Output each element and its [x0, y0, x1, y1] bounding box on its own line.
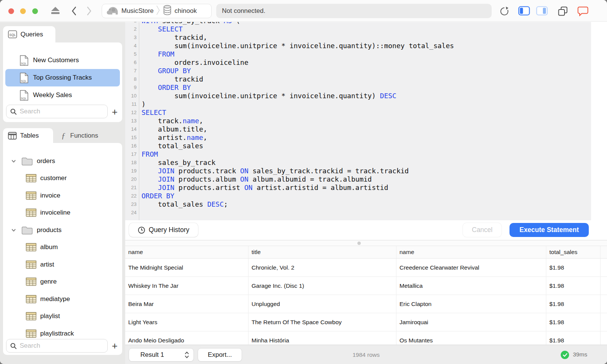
eject-icon[interactable]	[50, 6, 60, 17]
toggle-right-panel-button[interactable]	[536, 6, 548, 17]
tree-item-orders[interactable]: orders	[3, 152, 122, 170]
gutter-separator	[139, 22, 139, 220]
schema-search-input[interactable]	[20, 342, 96, 350]
tree-item-genre[interactable]: genre	[3, 273, 122, 291]
breadcrumb[interactable]: MusicStore chinook	[102, 4, 212, 18]
code-line: 13 track.name,	[125, 117, 591, 125]
tables-tab[interactable]: Tables	[3, 128, 53, 143]
table-cell[interactable]: Metallica	[396, 277, 546, 295]
database-icon	[163, 5, 172, 17]
tree-item-customer[interactable]: customer	[3, 170, 122, 187]
code-line: 16 total_sales	[125, 142, 591, 150]
table-cell[interactable]: The Return Of The Space Cowboy	[248, 313, 396, 331]
query-history-button[interactable]: Query History	[129, 223, 198, 237]
cancel-button[interactable]: Cancel	[463, 223, 502, 237]
table-icon	[26, 209, 36, 217]
column-header[interactable]: total_sales	[546, 246, 601, 258]
svg-text:SQL: SQL	[21, 62, 27, 65]
code-text: ORDER BY	[137, 192, 175, 200]
line-number: 21	[125, 184, 137, 192]
tree-item-invoice[interactable]: invoice	[3, 187, 122, 204]
table-cell-filler	[601, 313, 607, 331]
tree-item-label: orders	[37, 157, 55, 165]
chevron-down-icon[interactable]	[11, 159, 16, 163]
code-text: sum(invoiceline.unitprice * invoiceline.…	[137, 42, 454, 50]
column-header[interactable]: name	[396, 246, 546, 258]
back-button[interactable]	[71, 6, 77, 17]
minimize-button[interactable]	[20, 8, 26, 14]
tree-item-album[interactable]: album	[3, 239, 122, 256]
table-cell[interactable]: Jamiroquai	[396, 313, 546, 331]
code-text: track.name,	[137, 117, 203, 125]
table-cell[interactable]: The Midnight Special	[125, 259, 248, 276]
code-line: 11)	[125, 100, 591, 108]
sidebar: SQL Queries SQLNew CustomersSQLTop Gross…	[0, 22, 125, 364]
table-cell[interactable]: $1.98	[546, 259, 601, 276]
column-header[interactable]: name	[125, 246, 248, 258]
query-label: New Customers	[33, 56, 79, 64]
table-cell[interactable]: $1.98	[546, 277, 601, 295]
table-cell[interactable]: Light Years	[125, 313, 248, 331]
code-line: 6 orders.invoiceline	[125, 58, 591, 67]
windows-button[interactable]	[558, 6, 568, 18]
table-row[interactable]: Beira MarUnpluggedEric Clapton$1.98	[125, 295, 607, 313]
query-history-label: Query History	[149, 226, 189, 234]
table-row[interactable]: Whiskey In The JarGarage Inc. (Disc 1)Me…	[125, 277, 607, 295]
line-number: 20	[125, 175, 137, 184]
code-line: 24	[125, 209, 591, 217]
line-number: 7	[125, 67, 137, 75]
code-text: sales_by_track	[137, 158, 215, 167]
table-cell[interactable]: $1.98	[546, 295, 601, 313]
chevron-down-icon[interactable]	[11, 228, 16, 232]
table-cell[interactable]: Chronicle, Vol. 2	[248, 259, 396, 276]
column-header[interactable]: title	[248, 246, 396, 258]
sidebar-item-weekly-sales[interactable]: SQLWeekly Sales	[5, 86, 120, 104]
table-row[interactable]: The Midnight SpecialChronicle, Vol. 2Cre…	[125, 259, 607, 277]
forward-button[interactable]	[86, 6, 92, 17]
line-number: 5	[125, 50, 137, 58]
feedback-button[interactable]	[577, 6, 588, 18]
tree-item-label: mediatype	[40, 295, 70, 303]
sidebar-item-new-customers[interactable]: SQLNew Customers	[5, 52, 120, 69]
close-button[interactable]	[8, 8, 14, 14]
tree-item-artist[interactable]: artist	[3, 256, 122, 273]
refresh-button[interactable]	[499, 6, 510, 18]
code-line: 5 FROM	[125, 50, 591, 58]
table-cell[interactable]: Eric Clapton	[396, 295, 546, 313]
table-icon	[26, 312, 36, 320]
tree-item-label: album	[40, 243, 58, 251]
table-cell[interactable]: Garage Inc. (Disc 1)	[248, 277, 396, 295]
main-area: 1WITH sales_by_track AS (2 SELECT3 track…	[125, 22, 607, 364]
line-number: 18	[125, 158, 137, 167]
sql-editor[interactable]: 1WITH sales_by_track AS (2 SELECT3 track…	[125, 22, 591, 220]
panel-left-icon	[518, 6, 530, 16]
table-cell[interactable]: Unplugged	[248, 295, 396, 313]
toggle-left-panel-button[interactable]	[518, 6, 530, 17]
code-line: 21 JOIN products.artist ON artist.artist…	[125, 184, 591, 192]
zoom-button[interactable]	[32, 8, 38, 14]
tree-item-label: playlist	[40, 312, 60, 320]
splitter[interactable]	[125, 240, 607, 246]
execute-button[interactable]: Execute Statement	[510, 223, 589, 237]
table-cell[interactable]: Beira Mar	[125, 295, 248, 313]
add-table-button[interactable]: +	[112, 341, 118, 351]
queries-search-input[interactable]	[20, 108, 96, 115]
queries-tab[interactable]: SQL Queries	[3, 26, 55, 42]
tree-item-playlist[interactable]: playlist	[3, 308, 122, 325]
app-window: MusicStore chinook Not connected.	[0, 0, 607, 364]
tree-item-invoiceline[interactable]: invoiceline	[3, 204, 122, 222]
add-query-button[interactable]: +	[112, 107, 118, 117]
tree-item-mediatype[interactable]: mediatype	[3, 290, 122, 308]
tree-item-products[interactable]: products	[3, 221, 122, 239]
drag-handle[interactable]	[357, 242, 361, 245]
code-line: 3 trackid,	[125, 33, 591, 42]
table-row[interactable]: Light YearsThe Return Of The Space Cowbo…	[125, 313, 607, 331]
code-text: sum(invoiceline.unitprice * invoiceline.…	[137, 92, 396, 100]
sidebar-item-top-grossing-tracks[interactable]: SQLTop Grossing Tracks	[5, 69, 120, 86]
functions-tab[interactable]: ƒ Functions	[55, 128, 112, 143]
table-cell[interactable]: Whiskey In The Jar	[125, 277, 248, 295]
table-cell[interactable]: Creedence Clearwater Revival	[396, 259, 546, 276]
table-icon	[26, 260, 36, 269]
line-number: 14	[125, 125, 137, 133]
table-cell[interactable]: $1.98	[546, 313, 601, 331]
